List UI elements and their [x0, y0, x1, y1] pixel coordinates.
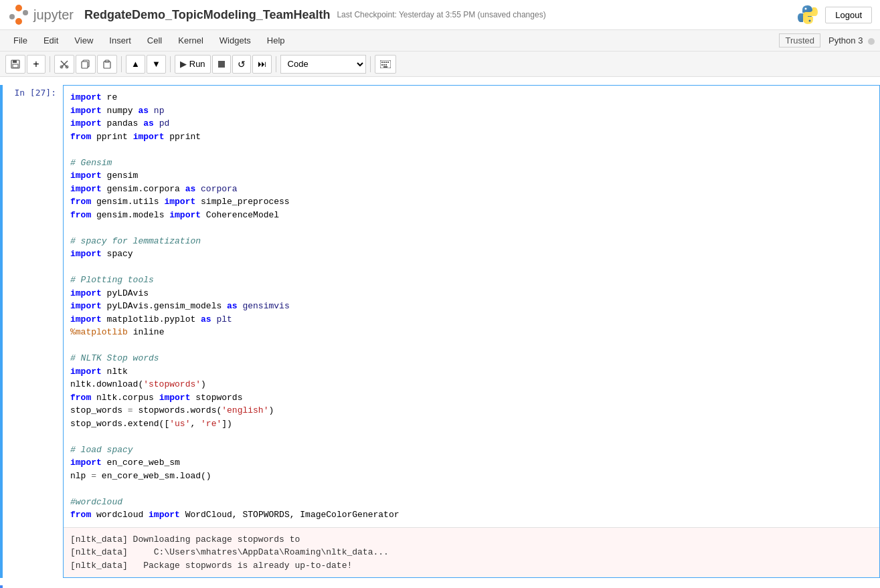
cell-type-select[interactable]: Code Markdown Raw NBConvert Heading	[280, 55, 366, 74]
notebook-container: In [27]: import re import numpy as np im…	[0, 77, 880, 588]
menu-help[interactable]: Help	[259, 33, 293, 48]
menu-file[interactable]: File	[5, 33, 35, 48]
separator-5	[370, 56, 371, 72]
code-cell[interactable]: In [27]: import re import numpy as np im…	[0, 85, 880, 578]
kernel-circle-icon	[868, 38, 875, 45]
run-icon: ▶	[180, 59, 187, 69]
add-cell-button[interactable]: +	[27, 55, 46, 74]
cut-button[interactable]	[54, 55, 74, 74]
keyboard-icon	[380, 60, 391, 68]
svg-rect-25	[383, 66, 387, 68]
interrupt-button[interactable]	[212, 55, 231, 74]
cell-prompt: In [27]:	[3, 85, 63, 578]
kernel-status: Python 3	[828, 35, 875, 45]
keyboard-shortcuts-button[interactable]	[375, 55, 396, 74]
logout-button[interactable]: Logout	[825, 7, 872, 23]
menu-insert[interactable]: Insert	[101, 33, 139, 48]
trusted-label[interactable]: Trusted	[779, 33, 820, 47]
menubar: File Edit View Insert Cell Kernel Widget…	[0, 30, 880, 52]
menu-cell[interactable]: Cell	[139, 33, 170, 48]
paste-button[interactable]	[97, 55, 117, 74]
restart-icon: ↺	[238, 59, 246, 70]
copy-button[interactable]	[76, 55, 96, 74]
svg-rect-23	[383, 64, 385, 66]
cell-content[interactable]: import re import numpy as np import pand…	[63, 85, 880, 578]
restart-button[interactable]: ↺	[232, 55, 251, 74]
menubar-right: Trusted Python 3	[779, 33, 875, 47]
svg-point-2	[9, 14, 15, 19]
notebook-title: RedgateDemo_TopicModeling_TeamHealth	[84, 8, 330, 22]
arrow-up-icon: ▲	[131, 59, 140, 69]
svg-point-1	[15, 18, 22, 25]
bottom-indicator	[0, 585, 3, 588]
svg-rect-22	[381, 64, 383, 66]
header: jupyter RedgateDemo_TopicModeling_TeamHe…	[0, 0, 880, 30]
run-label: Run	[189, 59, 205, 69]
stop-icon	[218, 61, 225, 68]
svg-rect-18	[381, 62, 383, 63]
separator-4	[276, 56, 276, 72]
run-button[interactable]: ▶ Run	[175, 55, 211, 74]
code-editor[interactable]: import re import numpy as np import pand…	[64, 86, 879, 527]
jupyter-icon	[8, 4, 29, 25]
copy-icon	[81, 60, 90, 69]
svg-rect-8	[13, 64, 18, 68]
svg-rect-21	[387, 62, 389, 63]
jupyter-text: jupyter	[33, 7, 74, 23]
arrow-down-icon: ▼	[152, 59, 161, 69]
svg-rect-20	[385, 62, 387, 63]
checkpoint-info: Last Checkpoint: Yesterday at 3:55 PM (u…	[337, 10, 545, 19]
python-logo	[797, 4, 818, 25]
cell-output: [nltk_data] Downloading package stopword…	[64, 527, 879, 578]
plus-icon: +	[33, 59, 39, 70]
fast-forward-button[interactable]: ⏭	[252, 55, 272, 74]
svg-point-0	[15, 5, 22, 11]
menu-kernel[interactable]: Kernel	[170, 33, 211, 48]
header-right: Logout	[797, 4, 872, 25]
move-down-button[interactable]: ▼	[147, 55, 166, 74]
fast-forward-icon: ⏭	[258, 59, 266, 69]
svg-point-5	[809, 20, 811, 22]
svg-rect-19	[383, 62, 385, 63]
svg-rect-24	[385, 64, 387, 66]
kernel-name: Python 3	[828, 35, 863, 45]
move-up-button[interactable]: ▲	[126, 55, 145, 74]
svg-rect-7	[13, 60, 17, 63]
svg-point-3	[23, 10, 28, 15]
jupyter-logo: jupyter	[8, 4, 74, 25]
menu-edit[interactable]: Edit	[35, 33, 66, 48]
separator-3	[170, 56, 171, 72]
cut-icon	[60, 60, 69, 69]
separator-1	[50, 56, 50, 72]
svg-point-4	[805, 8, 807, 10]
paste-icon	[102, 60, 112, 69]
save-button[interactable]	[5, 55, 25, 74]
save-icon	[11, 60, 20, 69]
toolbar: + ▲ ▼ ▶ Run ↺ ⏭	[0, 52, 880, 77]
svg-rect-14	[82, 62, 88, 68]
menu-view[interactable]: View	[66, 33, 101, 48]
menu-widgets[interactable]: Widgets	[211, 33, 259, 48]
separator-2	[121, 56, 122, 72]
